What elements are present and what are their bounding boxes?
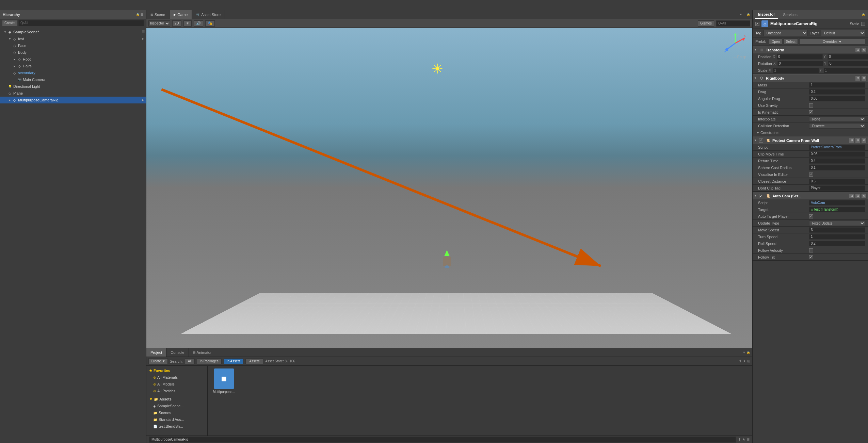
rigidbody-header[interactable]: ▼ ⬡ Rigidbody ⊞ ⚙ (753, 74, 868, 82)
move-speed-input[interactable] (809, 227, 865, 233)
rigidbody-action-1[interactable]: ⊞ (855, 76, 861, 81)
scene-viewport[interactable]: ☀ ← Persp (146, 28, 752, 348)
hierarchy-search-input[interactable] (18, 20, 144, 26)
hierarchy-item-plane[interactable]: ◇ Plane (0, 90, 146, 97)
protect-camera-header[interactable]: ▼ 📜 Protect Camera From Wall ⊞ ⊞ ⚙ (753, 136, 868, 144)
is-kinematic-checkbox[interactable] (809, 110, 813, 114)
turn-speed-input[interactable] (809, 234, 865, 240)
scale-x-input[interactable] (773, 68, 819, 73)
position-y-input[interactable] (827, 54, 868, 60)
protect-action-3[interactable]: ⚙ (861, 138, 867, 143)
tab-game[interactable]: ▶ Game (170, 10, 192, 19)
lighting-btn[interactable]: ☀ (183, 20, 192, 27)
standard-assets-folder[interactable]: 📁 Standard Ass... (146, 416, 207, 423)
filter-assets-btn[interactable]: In Assets (224, 358, 244, 364)
fav-all-materials[interactable]: ⊙ All Materials (146, 374, 207, 381)
project-create-btn[interactable]: Create ▼ (148, 358, 168, 364)
follow-tilt-checkbox[interactable] (809, 255, 813, 259)
fav-all-prefabs[interactable]: ⊙ All Prefabs (146, 388, 207, 394)
inspector-tab[interactable]: Inspector (755, 10, 778, 19)
protect-action-2[interactable]: ⊞ (855, 138, 861, 143)
audio-btn[interactable]: 🔊 (194, 20, 203, 27)
tab-console[interactable]: Console (166, 348, 189, 357)
interpolate-select[interactable]: None (809, 116, 865, 122)
collision-detection-select[interactable]: Discrete (809, 123, 865, 129)
auto-cam-header[interactable]: ▼ 📜 Auto Cam (Scr... ⊞ ⊞ ⚙ (753, 192, 868, 199)
tab-animator[interactable]: ⊞ Animator (189, 348, 216, 357)
fav-all-models[interactable]: ⊙ All Models (146, 381, 207, 388)
tab-asset-store[interactable]: 🛒 Asset Store (192, 10, 225, 19)
prefab-open-btn[interactable]: Open (769, 38, 782, 45)
filter-all-btn[interactable]: All (185, 358, 195, 364)
protect-camera-enabled-checkbox[interactable] (759, 138, 763, 143)
clip-move-time-input[interactable] (809, 151, 865, 157)
dont-clip-tag-input[interactable] (809, 185, 865, 191)
gizmos-btn[interactable]: Gizmos (698, 20, 714, 27)
mass-input[interactable] (809, 82, 865, 88)
hierarchy-item-body[interactable]: ◇ Body (0, 49, 146, 56)
tag-select[interactable]: Untagged (763, 30, 808, 36)
angular-drag-input[interactable] (809, 96, 865, 101)
hierarchy-item-samplescene[interactable]: ▼ ◈ SampleScene* ☰ (0, 29, 146, 35)
transform-action-1[interactable]: ⊞ (855, 47, 861, 53)
roll-speed-input[interactable] (809, 241, 865, 246)
shading-mode-select[interactable]: Inspector (148, 20, 170, 27)
services-tab[interactable]: Services (781, 10, 800, 19)
return-time-input[interactable] (809, 158, 865, 164)
sphere-cast-radius-input[interactable] (809, 165, 865, 170)
hierarchy-item-secondary[interactable]: ◇ secondary (0, 69, 146, 76)
update-type-select[interactable]: Fixed Update (809, 220, 865, 226)
auto-cam-enabled-checkbox[interactable] (759, 194, 763, 198)
target-field[interactable]: ◇ test (Transform) (809, 207, 865, 212)
auto-cam-action-2[interactable]: ⊞ (855, 193, 861, 199)
protect-script-field[interactable]: ProtectCameraFrom (809, 145, 865, 150)
hierarchy-item-maincamera[interactable]: 📷 Main Camera (0, 76, 146, 83)
2d-toggle-btn[interactable]: 2D (172, 20, 181, 27)
rotation-y-input[interactable] (828, 61, 868, 66)
sy-label: Y (820, 68, 823, 72)
assets-folder-header[interactable]: ▼ 📁 Assets (146, 396, 207, 403)
filter-packages-btn[interactable]: In Packages (197, 358, 222, 364)
rigidbody-action-2[interactable]: ⚙ (861, 76, 867, 81)
hierarchy-item-face[interactable]: ◇ Face (0, 42, 146, 49)
scale-y-input[interactable] (824, 68, 868, 73)
static-checkbox[interactable] (861, 22, 865, 26)
hierarchy-item-hairs[interactable]: ► ◇ Hairs (0, 63, 146, 69)
hierarchy-item-multipurpose[interactable]: ► ◇ MultipurposeCameraRig ► (0, 97, 146, 103)
hierarchy-create-btn[interactable]: Create (2, 20, 17, 26)
scene-collapse-btn[interactable]: ▼ (737, 13, 744, 16)
scene-lock-icon[interactable]: 🔒 (744, 13, 752, 16)
test-blendsh-file[interactable]: 📄 test.BlendSh... (146, 423, 207, 430)
auto-cam-action-1[interactable]: ⊞ (849, 193, 854, 199)
overrides-btn[interactable]: Overrides ▼ (799, 38, 865, 45)
auto-cam-action-3[interactable]: ⚙ (861, 193, 867, 199)
layer-select[interactable]: Default (821, 30, 865, 36)
closest-distance-input[interactable] (809, 179, 865, 184)
tab-project[interactable]: Project (146, 348, 166, 357)
transform-action-2[interactable]: ⚙ (861, 47, 867, 53)
rotation-x-input[interactable] (777, 61, 823, 66)
visualise-editor-checkbox[interactable] (809, 173, 813, 177)
effects-btn[interactable]: 🎭 (205, 20, 215, 27)
use-gravity-checkbox[interactable] (809, 103, 813, 108)
tab-scene[interactable]: ⊞ Scene (146, 10, 170, 19)
constraints-row[interactable]: ► Constraints (753, 129, 868, 136)
scenes-folder[interactable]: 📁 Scenes (146, 409, 207, 416)
auto-cam-script-field[interactable]: AutoCam (809, 200, 865, 206)
protect-action-1[interactable]: ⊞ (849, 138, 854, 143)
hierarchy-item-dirlight[interactable]: 💡 Directional Light (0, 83, 146, 90)
object-active-checkbox[interactable] (755, 22, 759, 26)
scene-search-input[interactable] (716, 20, 750, 27)
favorites-header[interactable]: ★ Favorites (146, 367, 207, 374)
transform-header[interactable]: ▼ ⊞ Transform ⊞ ⚙ (753, 46, 868, 53)
hierarchy-item-test[interactable]: ▼ ◇ test ► (0, 35, 146, 42)
samplescene-asset[interactable]: ◈ SampleScene... (146, 403, 207, 409)
filter-quote-assets-btn[interactable]: 'Assets' (245, 358, 263, 364)
auto-target-player-checkbox[interactable] (809, 214, 813, 218)
follow-velocity-checkbox[interactable] (809, 248, 813, 252)
drag-input[interactable] (809, 89, 865, 95)
position-x-input[interactable] (777, 54, 823, 60)
prefab-select-btn[interactable]: Select (784, 38, 798, 45)
multipurpose-asset-item[interactable]: ■ Multipurpose... (210, 368, 238, 394)
hierarchy-item-root[interactable]: ► ◇ Root (0, 56, 146, 63)
